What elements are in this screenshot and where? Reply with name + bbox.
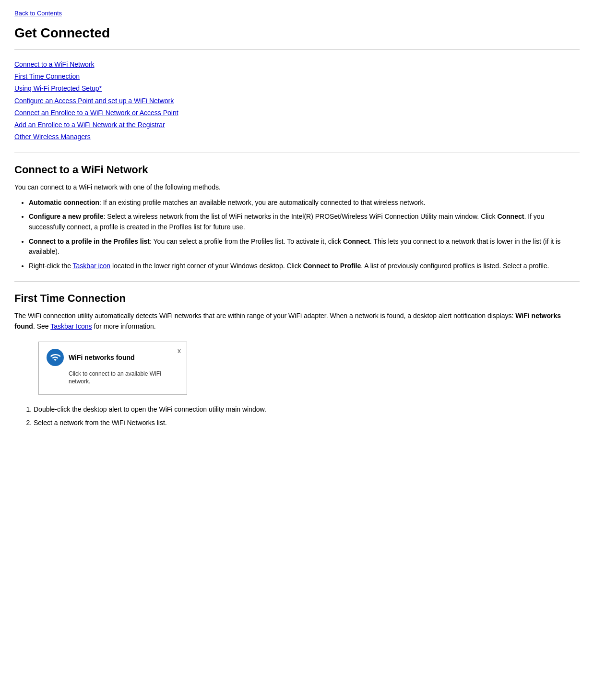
notification-header: WiFi networks found bbox=[47, 349, 179, 366]
section-intro-connect-wifi: You can connect to a WiFi network with o… bbox=[14, 182, 580, 192]
back-to-contents-link[interactable]: Back to Contents bbox=[14, 10, 62, 17]
divider-after-connect-wifi bbox=[14, 281, 580, 282]
taskbar-icon-link-1[interactable]: Taskbar icon bbox=[73, 262, 111, 270]
notification-title: WiFi networks found bbox=[69, 354, 135, 361]
bullet-rest-after-link-4: located in the lower right corner of you… bbox=[110, 262, 303, 270]
bullet-inline-bold-2: Connect bbox=[497, 213, 524, 220]
toc-link-wps[interactable]: Using Wi-Fi Protected Setup* bbox=[14, 83, 580, 95]
table-of-contents: Connect to a WiFi Network First Time Con… bbox=[14, 59, 580, 143]
divider-after-title bbox=[14, 49, 580, 50]
page-title: Get Connected bbox=[14, 25, 580, 41]
bullet-rest-3: : You can select a profile from the Prof… bbox=[150, 237, 343, 245]
toc-link-connect-wifi[interactable]: Connect to a WiFi Network bbox=[14, 59, 580, 71]
wifi-svg-icon bbox=[50, 352, 60, 363]
bullet-rest-4: Right-click the bbox=[29, 262, 73, 270]
intro-text-2: . See bbox=[33, 322, 50, 330]
bullet-rest2-4: . A list of previously configured profil… bbox=[361, 262, 549, 270]
step-2: Select a network from the WiFi Networks … bbox=[34, 419, 167, 427]
notification-popup: x WiFi networks found Click to connect t… bbox=[38, 342, 187, 395]
notification-body: Click to connect to an available WiFi ne… bbox=[47, 370, 179, 386]
section-first-time: First Time Connection The WiFi connectio… bbox=[14, 292, 580, 428]
intro-text-3: for more information. bbox=[92, 322, 156, 330]
bullet-bold-3: Connect to a profile in the Profiles lis… bbox=[29, 237, 150, 245]
bullet-rest-2: : Select a wireless network from the lis… bbox=[104, 213, 498, 220]
bullet-rest-1: : If an existing profile matches an avai… bbox=[99, 199, 425, 206]
list-item: Automatic connection: If an existing pro… bbox=[29, 198, 580, 208]
taskbar-icons-link[interactable]: Taskbar Icons bbox=[50, 322, 92, 330]
notification-inner: x WiFi networks found Click to connect t… bbox=[39, 342, 187, 395]
bullet-inline-bold-3: Connect bbox=[343, 237, 370, 245]
section-intro-first-time: The WiFi connection utility automaticall… bbox=[14, 310, 580, 332]
bullet-bold-1: Automatic connection bbox=[29, 199, 99, 206]
toc-link-configure-ap[interactable]: Configure an Access Point and set up a W… bbox=[14, 95, 580, 107]
list-item: Double-click the desktop alert to open t… bbox=[34, 404, 580, 415]
first-time-numbered-list: Double-click the desktop alert to open t… bbox=[34, 404, 580, 428]
notification-close-icon: x bbox=[178, 347, 181, 355]
intro-text-1: The WiFi connection utility automaticall… bbox=[14, 312, 515, 320]
toc-link-first-time[interactable]: First Time Connection bbox=[14, 71, 580, 83]
bullet-bold-2: Configure a new profile bbox=[29, 213, 104, 220]
list-item: Connect to a profile in the Profiles lis… bbox=[29, 237, 580, 257]
section-heading-first-time: First Time Connection bbox=[14, 292, 580, 305]
section-heading-connect-wifi: Connect to a WiFi Network bbox=[14, 164, 580, 176]
toc-link-other-managers[interactable]: Other Wireless Managers bbox=[14, 131, 580, 143]
list-item: Right-click the Taskbar icon located in … bbox=[29, 261, 580, 272]
toc-link-connect-enrollee[interactable]: Connect an Enrollee to a WiFi Network or… bbox=[14, 107, 580, 119]
step-1: Double-click the desktop alert to open t… bbox=[34, 405, 266, 413]
toc-link-add-enrollee[interactable]: Add an Enrollee to a WiFi Network at the… bbox=[14, 119, 580, 131]
wifi-icon bbox=[47, 349, 64, 366]
list-item: Select a network from the WiFi Networks … bbox=[34, 418, 580, 428]
section-connect-wifi: Connect to a WiFi Network You can connec… bbox=[14, 164, 580, 272]
list-item: Configure a new profile: Select a wirele… bbox=[29, 212, 580, 232]
bullet-inline-bold-4: Connect to Profile bbox=[303, 262, 361, 270]
divider-after-toc bbox=[14, 153, 580, 153]
connect-wifi-bullet-list: Automatic connection: If an existing pro… bbox=[29, 198, 580, 272]
